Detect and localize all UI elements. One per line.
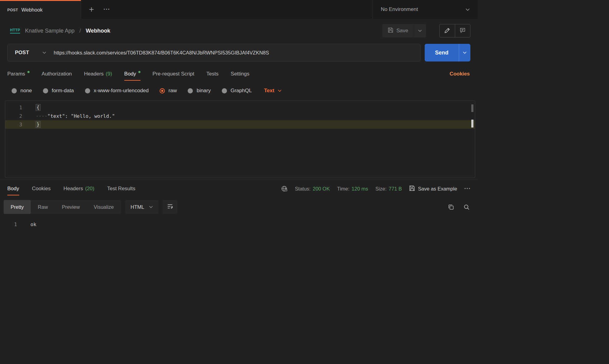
environment-selector[interactable]: No Environment [373, 0, 478, 19]
raw-language-selector[interactable]: Text [264, 88, 282, 94]
mode-graphql[interactable]: GraphQL [222, 88, 252, 94]
response-header: Body Cookies Headers (20) Test Results S… [0, 180, 478, 198]
mode-raw[interactable]: raw [160, 88, 177, 94]
http-protocol-icon: HTTP [10, 28, 20, 33]
comments-button[interactable] [455, 24, 470, 37]
editor-line-active[interactable]: 3 } [5, 120, 475, 129]
new-tab-button[interactable]: + [89, 5, 94, 14]
response-meta: Status: 200 OK Time: 120 ms Size: 771 B … [281, 185, 471, 192]
body-active-dot [138, 71, 140, 73]
response-options-button[interactable]: ••• [464, 187, 471, 191]
response-format-selector[interactable]: HTML [125, 200, 159, 214]
mode-label: x-www-form-urlencoded [94, 88, 149, 94]
breadcrumb-request-name[interactable]: Webhook [86, 28, 110, 34]
tab-headers[interactable]: Headers (9) [84, 65, 112, 83]
mode-x-www-form-urlencoded[interactable]: x-www-form-urlencoded [85, 88, 149, 94]
tab-label: Settings [231, 71, 249, 77]
search-response-button[interactable] [463, 204, 470, 210]
tab-label: Body [7, 186, 19, 192]
response-tab-headers[interactable]: Headers (20) [63, 180, 94, 198]
tab-pre-request-script[interactable]: Pre-request Script [153, 65, 194, 83]
response-tab-test-results[interactable]: Test Results [107, 180, 136, 198]
tab-settings[interactable]: Settings [231, 65, 249, 83]
header-actions: Save [382, 24, 470, 37]
save-button-label: Save [396, 28, 408, 34]
response-tabs: Body Cookies Headers (20) Test Results [7, 180, 135, 198]
comment-icon [460, 27, 466, 34]
view-tab-visualize[interactable]: Visualize [87, 200, 121, 214]
status-indicator: Status: 200 OK [295, 186, 330, 192]
url-input[interactable] [53, 50, 420, 56]
tab-body[interactable]: Body [124, 65, 140, 83]
response-text: ok [21, 222, 36, 227]
tab-options-button[interactable]: ••• [104, 7, 110, 12]
save-icon [409, 185, 415, 192]
view-tab-preview[interactable]: Preview [55, 200, 87, 214]
status-label: Status: [295, 186, 310, 192]
request-tab[interactable]: POST Webhook [0, 0, 81, 19]
mode-form-data[interactable]: form-data [43, 88, 74, 94]
size-value: 771 B [389, 186, 402, 192]
pencil-icon [444, 27, 450, 34]
send-button-group: Send [425, 44, 470, 61]
response-toolbar: Pretty Raw Preview Visualize HTML [0, 198, 478, 216]
chevron-down-icon [149, 206, 153, 208]
send-button[interactable]: Send [425, 44, 459, 61]
text-wrap-icon [167, 203, 173, 211]
mode-binary[interactable]: binary [188, 88, 211, 94]
mode-label: GraphQL [231, 88, 252, 94]
environment-label: No Environment [381, 6, 418, 12]
breadcrumb-separator: / [79, 28, 81, 34]
request-tabs: Params Authorization Headers (9) Body Pr… [7, 65, 250, 83]
open-brace: { [36, 104, 41, 111]
copy-response-button[interactable] [448, 204, 454, 210]
editor-line[interactable]: 1 { [5, 103, 475, 112]
line-code: } [27, 121, 41, 128]
editor-line[interactable]: 2 "text": "Hello, world." [5, 112, 475, 120]
tab-params[interactable]: Params [7, 65, 30, 83]
radio-selected-icon [160, 88, 165, 93]
size-indicator: Size: 771 B [375, 186, 402, 192]
save-as-example-button[interactable]: Save as Example [409, 185, 457, 192]
overview-ruler-mark [471, 104, 473, 112]
line-number: 3 [5, 122, 27, 128]
overview-ruler-cursor-mark[interactable] [471, 120, 473, 128]
params-active-dot [27, 71, 30, 73]
tab-label: Headers [84, 71, 104, 77]
response-tab-cookies[interactable]: Cookies [32, 180, 51, 198]
tab-label: Test Results [107, 186, 136, 192]
save-as-example-label: Save as Example [418, 186, 457, 192]
topbar-spacer [110, 0, 373, 19]
chevron-down-icon [278, 89, 281, 92]
tab-label: Params [7, 71, 25, 77]
chevron-down-icon [418, 30, 422, 32]
mode-none[interactable]: none [12, 88, 32, 94]
request-body-editor[interactable]: 1 { 2 "text": "Hello, world." 3 } [5, 100, 475, 178]
radio-icon [12, 88, 17, 93]
cookies-link[interactable]: Cookies [450, 71, 470, 77]
edit-comment-group [439, 24, 470, 37]
send-options-button[interactable] [459, 44, 470, 61]
request-header: HTTP Knative Sample App / Webhook Save [0, 19, 478, 43]
save-options-button[interactable] [414, 24, 426, 37]
mode-label: form-data [52, 88, 74, 94]
tab-label: Pre-request Script [153, 71, 194, 77]
method-selector[interactable]: POST [8, 50, 53, 56]
wrap-lines-button[interactable] [163, 200, 177, 214]
save-button[interactable]: Save [382, 24, 414, 37]
tab-authorization[interactable]: Authorization [42, 65, 72, 83]
view-tab-raw[interactable]: Raw [31, 200, 55, 214]
method-label: POST [15, 50, 29, 56]
network-globe-icon[interactable] [281, 185, 288, 192]
response-body[interactable]: 1 ok [0, 216, 478, 364]
view-tab-pretty[interactable]: Pretty [4, 200, 31, 214]
edit-button[interactable] [440, 24, 455, 37]
response-headers-count: (20) [85, 186, 94, 192]
tab-actions: + ••• [81, 0, 110, 19]
chevron-down-icon [42, 51, 46, 54]
breadcrumb-collection[interactable]: Knative Sample App [25, 28, 74, 34]
url-bar: POST [7, 44, 420, 61]
response-tab-body[interactable]: Body [7, 180, 19, 198]
tab-tests[interactable]: Tests [207, 65, 219, 83]
radio-icon [43, 88, 48, 93]
